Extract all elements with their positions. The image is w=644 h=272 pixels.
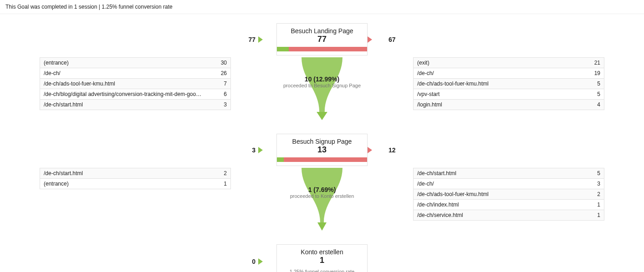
count-cell: 26	[213, 68, 231, 79]
step-box[interactable]: Besuch Signup Page 13	[276, 134, 368, 166]
step-box[interactable]: Konto erstellen 1 1.25% funnel conversio…	[276, 244, 368, 272]
table-row[interactable]: /de-ch/ads-tool-fuer-kmu.html7	[40, 79, 231, 89]
inflow-table: (entrance)30/de-ch/26/de-ch/ads-tool-fue…	[40, 57, 231, 110]
funnel-step: 0 Konto erstellen 1 1.25% funnel convers…	[0, 235, 644, 272]
step-count: 13	[277, 145, 367, 155]
inflow-table: /de-ch/start.html2(entrance)1	[40, 168, 231, 189]
arrow-right-icon	[368, 36, 372, 43]
step-title: Besuch Landing Page	[277, 27, 367, 35]
table-row[interactable]: /de-ch/19	[414, 68, 604, 79]
count-cell: 5	[586, 89, 604, 100]
table-row[interactable]: /login.html4	[414, 100, 604, 110]
count-cell: 2	[213, 168, 231, 179]
count-cell: 1	[586, 210, 604, 221]
flow-proceeded-count: 1 (7.69%)	[276, 186, 368, 193]
arrow-right-icon	[258, 258, 263, 265]
path-cell: /de-ch/	[414, 68, 586, 79]
step-count: 77	[277, 35, 367, 44]
funnel-step: 77 Besuch Landing Page 77 67	[0, 14, 644, 55]
arrow-right-icon	[258, 147, 263, 153]
table-row[interactable]: /de-ch/start.html3	[40, 100, 231, 110]
funnel-step: 3 Besuch Signup Page 13 12	[0, 125, 644, 166]
proceed-bar	[277, 157, 367, 162]
bar-dropoff	[289, 47, 367, 51]
path-cell: /de-ch/	[414, 179, 586, 189]
count-cell: 19	[586, 68, 604, 79]
path-cell: /de-ch/start.html	[40, 100, 213, 110]
table-row[interactable]: /de-ch/ads-tool-fuer-kmu.html5	[414, 79, 604, 89]
path-cell: /de-ch/service.html	[414, 210, 586, 221]
bar-proceeded	[277, 47, 289, 51]
outflow-count: 12	[386, 146, 413, 154]
path-cell: /vpv-start	[414, 89, 586, 100]
step-count: 1	[277, 256, 367, 265]
count-cell: 3	[586, 179, 604, 189]
arrow-right-icon	[368, 147, 372, 153]
detail-row: /de-ch/start.html2(entrance)1 1 (7.69%) …	[0, 168, 644, 235]
count-cell: 5	[586, 168, 604, 179]
path-cell: (entrance)	[40, 58, 213, 68]
path-cell: /de-ch/blog/digital advertising/conversi…	[40, 89, 213, 100]
table-row[interactable]: /de-ch/26	[40, 68, 231, 79]
path-cell: /login.html	[414, 100, 586, 110]
step-title: Besuch Signup Page	[277, 138, 367, 145]
table-row[interactable]: (entrance)1	[40, 179, 231, 189]
proceed-bar	[277, 47, 367, 51]
table-row[interactable]: (exit)21	[414, 58, 604, 68]
inflow-count: 3	[231, 146, 258, 154]
table-row[interactable]: /de-ch/3	[414, 179, 604, 189]
svg-marker-0	[317, 112, 327, 120]
path-cell: (exit)	[414, 58, 586, 68]
count-cell: 3	[213, 100, 231, 110]
count-cell: 21	[586, 58, 604, 68]
count-cell: 30	[213, 58, 231, 68]
inflow-count: 77	[231, 36, 258, 43]
path-cell: /de-ch/index.html	[414, 200, 586, 210]
flow-proceeded-count: 10 (12.99%)	[276, 76, 368, 83]
count-cell: 7	[213, 79, 231, 89]
arrow-right-icon	[258, 36, 263, 43]
flow-proceeded-label: proceeded to Besuch Signup Page	[276, 83, 368, 88]
inflow-count: 0	[231, 258, 258, 265]
path-cell: /de-ch/start.html	[40, 168, 213, 179]
step-title: Konto erstellen	[277, 248, 367, 256]
path-cell: /de-ch/ads-tool-fuer-kmu.html	[414, 189, 586, 200]
count-cell: 5	[586, 79, 604, 89]
summary-text: This Goal was completed in 1 session | 1…	[0, 0, 644, 14]
count-cell: 1	[586, 200, 604, 210]
count-cell: 2	[586, 189, 604, 200]
path-cell: /de-ch/ads-tool-fuer-kmu.html	[414, 79, 586, 89]
outflow-table: /de-ch/start.html5/de-ch/3/de-ch/ads-too…	[413, 168, 604, 221]
bar-proceeded	[277, 157, 284, 162]
table-row[interactable]: /de-ch/blog/digital advertising/conversi…	[40, 89, 231, 100]
count-cell: 6	[213, 89, 231, 100]
table-row[interactable]: /de-ch/index.html1	[414, 200, 604, 210]
flow-proceeded-label: proceeded to Konto erstellen	[276, 193, 368, 199]
path-cell: /de-ch/	[40, 68, 213, 79]
detail-row: (entrance)30/de-ch/26/de-ch/ads-tool-fue…	[0, 57, 644, 125]
path-cell: /de-ch/ads-tool-fuer-kmu.html	[40, 79, 213, 89]
table-row[interactable]: /de-ch/ads-tool-fuer-kmu.html2	[414, 189, 604, 200]
conversion-rate-text: 1.25% funnel conversion rate	[277, 269, 367, 272]
bar-dropoff	[284, 157, 367, 162]
funnel-visualization: 77 Besuch Landing Page 77 67 (entrance)3…	[0, 14, 644, 272]
svg-marker-1	[317, 222, 327, 231]
table-row[interactable]: /de-ch/service.html1	[414, 210, 604, 221]
outflow-count: 67	[386, 36, 413, 43]
outflow-table: (exit)21/de-ch/19/de-ch/ads-tool-fuer-km…	[413, 57, 604, 110]
path-cell: /de-ch/start.html	[414, 168, 586, 179]
step-box[interactable]: Besuch Landing Page 77	[276, 23, 368, 55]
count-cell: 1	[213, 179, 231, 189]
table-row[interactable]: /de-ch/start.html2	[40, 168, 231, 179]
count-cell: 4	[586, 100, 604, 110]
table-row[interactable]: /de-ch/start.html5	[414, 168, 604, 179]
path-cell: (entrance)	[40, 179, 213, 189]
table-row[interactable]: (entrance)30	[40, 58, 231, 68]
table-row[interactable]: /vpv-start5	[414, 89, 604, 100]
